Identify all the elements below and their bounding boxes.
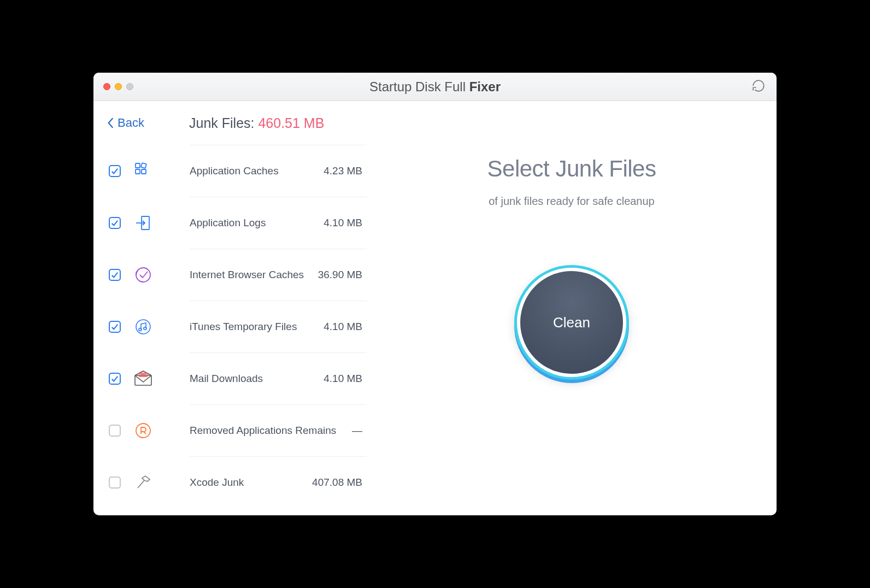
item-label: Application Logs (190, 217, 324, 229)
item-label: iTunes Temporary Files (190, 321, 324, 333)
chevron-left-icon (107, 117, 114, 129)
checkbox[interactable] (109, 425, 121, 437)
item-size: — (352, 425, 367, 437)
svg-rect-3 (142, 169, 146, 174)
list-item[interactable]: Application Logs 4.10 MB (102, 197, 367, 249)
zoom-window-button[interactable] (126, 83, 133, 90)
music-icon (133, 316, 154, 337)
check-icon (111, 271, 119, 279)
list-item[interactable]: Internet Browser Caches 36.90 MB (102, 249, 367, 301)
titlebar: Startup Disk Full Fixer (93, 73, 777, 101)
junk-summary-label: Junk Files: (189, 115, 258, 131)
svg-point-7 (136, 320, 150, 334)
svg-rect-2 (136, 169, 140, 174)
mail-icon (133, 368, 154, 389)
checkbox[interactable] (109, 321, 121, 333)
browser-icon (133, 264, 154, 285)
right-panel: Select Junk Files of junk files ready fo… (367, 101, 777, 515)
junk-list: Application Caches 4.23 MB (93, 145, 367, 515)
list-item[interactable]: Xcode Junk 407.08 MB (102, 456, 367, 508)
item-size: 4.10 MB (324, 373, 367, 385)
main-title: Select Junk Files (487, 156, 656, 182)
item-label: Application Caches (190, 165, 324, 177)
log-icon (133, 213, 154, 233)
checkbox[interactable] (109, 165, 121, 177)
list-item[interactable]: Removed Applications Remains — (102, 404, 367, 456)
svg-rect-1 (141, 163, 146, 168)
window-title-bold: Fixer (469, 79, 501, 94)
checkbox[interactable] (109, 269, 121, 281)
check-icon (111, 219, 119, 227)
svg-rect-11 (139, 373, 147, 377)
check-icon (111, 375, 119, 383)
content: Back Junk Files: 460.51 MB (93, 101, 777, 515)
svg-point-8 (139, 328, 142, 331)
grid-icon (133, 161, 154, 181)
removed-icon (133, 420, 154, 441)
checkbox[interactable] (109, 217, 121, 229)
window-title-prefix: Startup Disk Full (369, 79, 469, 94)
back-label: Back (117, 116, 144, 130)
svg-point-9 (144, 327, 146, 330)
item-size: 4.23 MB (324, 165, 367, 177)
close-window-button[interactable] (103, 83, 110, 90)
item-label: Removed Applications Remains (190, 425, 352, 437)
list-item[interactable]: Mail Downloads 4.10 MB (102, 352, 367, 404)
list-item[interactable]: iTunes Temporary Files 4.10 MB (102, 301, 367, 352)
minimize-window-button[interactable] (115, 83, 122, 90)
item-label: Xcode Junk (190, 477, 312, 489)
refresh-button[interactable] (751, 79, 766, 95)
item-size: 4.10 MB (324, 321, 367, 333)
main-subtitle: of junk files ready for safe cleanup (489, 195, 655, 208)
left-header: Back Junk Files: 460.51 MB (93, 101, 367, 145)
item-size: 4.10 MB (324, 217, 367, 229)
list-item[interactable]: Application Caches 4.23 MB (102, 145, 367, 197)
clean-button[interactable]: Clean (517, 268, 626, 377)
checkbox[interactable] (109, 477, 121, 489)
left-panel: Back Junk Files: 460.51 MB (93, 101, 367, 515)
item-size: 36.90 MB (318, 269, 367, 281)
back-button[interactable]: Back (93, 116, 144, 130)
svg-rect-0 (136, 163, 140, 168)
junk-summary-size: 460.51 MB (258, 115, 324, 131)
checkbox[interactable] (109, 373, 121, 385)
app-window: Startup Disk Full Fixer Back Junk Files:… (93, 73, 777, 515)
junk-summary: Junk Files: 460.51 MB (189, 115, 324, 131)
item-size: 407.08 MB (312, 477, 367, 489)
check-icon (111, 167, 119, 175)
refresh-icon (751, 79, 766, 93)
item-label: Mail Downloads (190, 373, 324, 385)
check-icon (111, 323, 119, 331)
item-label: Internet Browser Caches (190, 269, 318, 281)
clean-button-label: Clean (553, 314, 590, 331)
window-title: Startup Disk Full Fixer (369, 79, 501, 95)
hammer-icon (133, 472, 154, 493)
svg-point-14 (136, 424, 150, 438)
window-controls (93, 83, 133, 90)
